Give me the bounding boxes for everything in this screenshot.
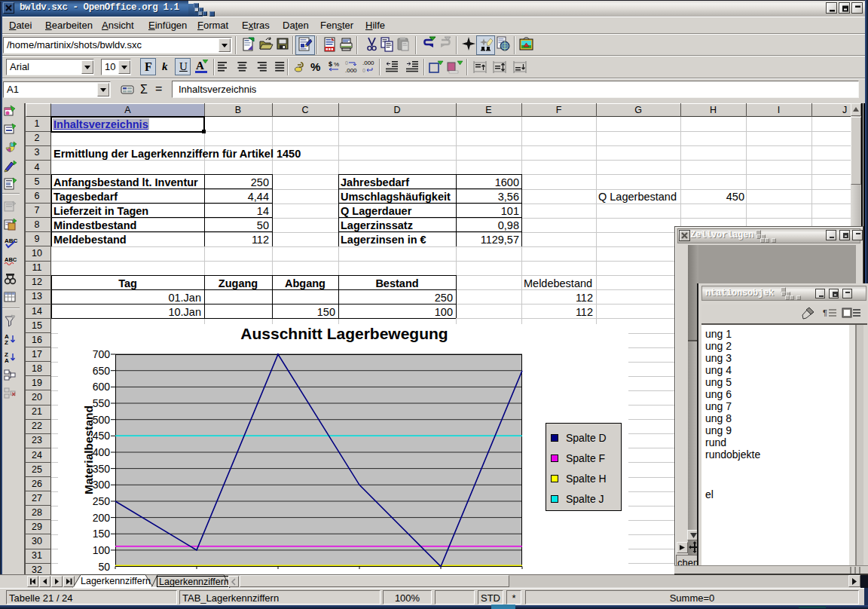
svg-text:$: $ bbox=[329, 60, 332, 68]
svg-text:¶: ¶ bbox=[823, 308, 827, 317]
svg-text:%: % bbox=[334, 61, 339, 68]
svg-text:ABC: ABC bbox=[5, 237, 18, 244]
svg-text:ABC: ABC bbox=[5, 256, 17, 263]
svg-text:0: 0 bbox=[345, 60, 348, 66]
svg-text:.000: .000 bbox=[345, 67, 357, 74]
svg-text:A: A bbox=[5, 357, 9, 364]
svg-text:Z: Z bbox=[5, 339, 8, 346]
svg-text:.000: .000 bbox=[362, 60, 374, 66]
svg-text:0: 0 bbox=[362, 68, 365, 73]
